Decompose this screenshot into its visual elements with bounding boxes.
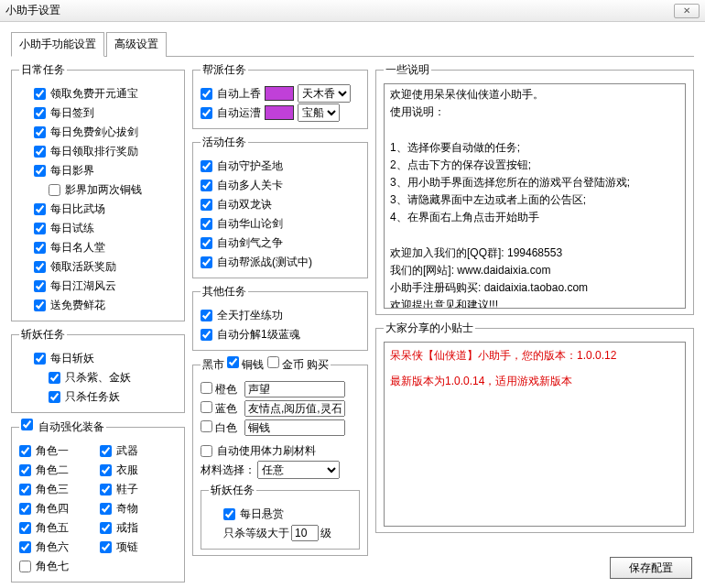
cb-zisha-renwu[interactable]: [49, 391, 60, 403]
lb-role: 角色二: [36, 463, 69, 478]
cb-role[interactable]: [19, 464, 31, 476]
input-heishi-val[interactable]: [244, 381, 345, 397]
lb-boat: 自动运漕: [217, 105, 261, 121]
daily-tasks-group: 日常任务 领取免费开元通宝每日签到每日免费剑心拔剑每日领取排行奖励每日影界影界加…: [11, 62, 185, 321]
cb-daily[interactable]: [34, 165, 46, 177]
cb-role[interactable]: [19, 503, 31, 515]
lb-activity: 自动剑气之争: [217, 235, 283, 251]
cb-meirizhanyao[interactable]: [34, 353, 46, 365]
lb-lvl-prefix: 只杀等级大于: [223, 526, 289, 541]
lb-role: 角色一: [36, 443, 69, 459]
cb-incense[interactable]: [201, 88, 212, 100]
cb-equip[interactable]: [100, 541, 112, 553]
cb-equip[interactable]: [100, 522, 112, 534]
cb-equip[interactable]: [100, 484, 112, 495]
lb-heishi-color: 橙色: [215, 382, 244, 397]
cb-activity[interactable]: [201, 256, 212, 268]
lb-equip: 衣服: [116, 463, 138, 478]
save-button[interactable]: 保存配置: [610, 557, 692, 579]
boat-color-swatch: [265, 105, 294, 120]
notes-text: 欢迎使用呆呆侠仙侠道小助手。使用说明： 1、选择你要自动做的任务;2、点击下方的…: [384, 83, 686, 309]
cb-role[interactable]: [19, 541, 31, 553]
cb-dazuo[interactable]: [201, 310, 212, 321]
lb-daily: 每日试练: [50, 221, 94, 236]
cb-zisha-zijin[interactable]: [49, 372, 60, 384]
cb-daily[interactable]: [34, 280, 46, 292]
cb-heishi-color[interactable]: [201, 420, 212, 432]
other-group: 其他任务 全天打坐练功 自动分解1级蓝魂: [192, 284, 368, 351]
cb-daily[interactable]: [34, 146, 46, 158]
cb-auto-tili[interactable]: [201, 445, 212, 457]
cb-equip[interactable]: [100, 445, 112, 457]
lb-daily: 每日免费剑心拔剑: [50, 125, 138, 140]
lb-role: 角色四: [36, 501, 69, 517]
close-icon[interactable]: ✕: [674, 4, 700, 18]
cb-role[interactable]: [19, 561, 31, 572]
input-level[interactable]: [291, 525, 319, 541]
cb-activity[interactable]: [201, 199, 212, 211]
cb-boat[interactable]: [201, 107, 212, 119]
cb-heishi-color[interactable]: [201, 382, 212, 394]
cb-daily[interactable]: [34, 203, 46, 215]
lb-equip: 鞋子: [116, 482, 138, 497]
cb-role[interactable]: [19, 484, 31, 495]
lb-heishi-color: 蓝色: [215, 401, 244, 417]
cb-activity[interactable]: [201, 180, 212, 191]
lb-fenjie: 自动分解1级蓝魂: [217, 327, 300, 343]
tips-text: 呆呆侠【仙侠道】小助手，您的版本：1.0.0.12 最新版本为1.0.0.14，…: [384, 342, 686, 527]
cb-activity[interactable]: [201, 218, 212, 230]
cb-equip[interactable]: [100, 464, 112, 476]
cb-gold[interactable]: [267, 356, 279, 368]
cb-yingjie-sub[interactable]: [49, 184, 60, 196]
heishi-sub-group: 斩妖任务 每日悬赏 只杀等级大于 级: [201, 483, 360, 550]
input-heishi-val[interactable]: [244, 400, 345, 417]
cb-copper[interactable]: [227, 356, 239, 368]
lb-role: 角色三: [36, 482, 69, 497]
lb-role: 角色七: [36, 559, 69, 574]
tips-line-latest: 最新版本为1.0.0.14，适用游戏新版本: [390, 372, 679, 392]
tips-group: 大家分享的小贴士 呆呆侠【仙侠道】小助手，您的版本：1.0.0.12 最新版本为…: [375, 321, 694, 533]
cb-heishi-color[interactable]: [201, 401, 212, 413]
cb-daily[interactable]: [34, 242, 46, 254]
sel-incense[interactable]: 天木香: [298, 84, 351, 103]
daily-legend: 日常任务: [19, 62, 67, 78]
input-heishi-val[interactable]: [244, 419, 345, 436]
zhanyao-group: 斩妖任务 每日斩妖 只杀紫、金妖 只杀任务妖: [11, 327, 185, 413]
lb-daily: 每日签到: [50, 105, 94, 121]
heishi-legend: 黑市 铜钱 金币 购买: [201, 356, 331, 373]
cb-auto-strengthen[interactable]: [21, 419, 33, 430]
cb-activity[interactable]: [201, 160, 212, 172]
lb-role: 角色五: [36, 520, 69, 536]
lb-activity: 自动华山论剑: [217, 216, 283, 232]
lb-auto-tili: 自动使用体力刷材料: [217, 443, 316, 459]
cb-daily[interactable]: [34, 261, 46, 273]
lb-equip: 项链: [116, 539, 138, 555]
cb-daily[interactable]: [34, 126, 46, 138]
cb-activity[interactable]: [201, 237, 212, 249]
lb-daily: 每日影界: [50, 163, 94, 179]
cb-daily[interactable]: [34, 107, 46, 119]
faction-group: 帮派任务 自动上香 天木香 自动运漕 宝船: [192, 62, 368, 129]
cb-equip[interactable]: [100, 503, 112, 515]
lb-yingjie-sub: 影界加两次铜钱: [65, 182, 142, 198]
sel-boat[interactable]: 宝船: [298, 103, 340, 122]
tips-line-version: 呆呆侠【仙侠道】小助手，您的版本：1.0.0.12: [390, 346, 679, 366]
lb-dazuo: 全天打坐练功: [217, 308, 283, 323]
cb-role[interactable]: [19, 445, 31, 457]
lb-activity: 自动多人关卡: [217, 178, 283, 193]
cb-role[interactable]: [19, 522, 31, 534]
notes-legend: 一些说明: [384, 62, 431, 78]
lb-daily: 送免费鲜花: [50, 298, 105, 313]
lb-daily: 每日江湖风云: [50, 278, 116, 294]
sel-material[interactable]: 任意: [257, 461, 340, 479]
cb-bounty[interactable]: [223, 508, 235, 520]
lb-mat: 材料选择：: [201, 463, 255, 478]
cb-daily[interactable]: [34, 88, 46, 100]
cb-daily[interactable]: [34, 299, 46, 311]
tab-advanced[interactable]: 高级设置: [106, 32, 167, 57]
cb-daily[interactable]: [34, 223, 46, 234]
tab-main[interactable]: 小助手功能设置: [11, 32, 104, 57]
cb-fenjie[interactable]: [201, 329, 212, 341]
lb-activity: 自动双龙诀: [217, 197, 272, 212]
strengthen-group: 自动强化装备 角色一角色二角色三角色四角色五角色六角色七 武器衣服鞋子奇物戒指项…: [11, 419, 185, 583]
